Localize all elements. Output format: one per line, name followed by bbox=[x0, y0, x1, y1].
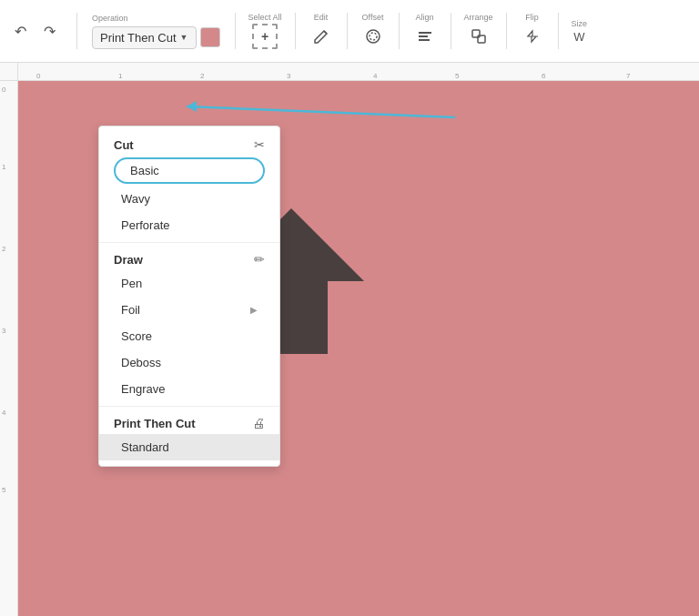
engrave-menu-item[interactable]: Engrave bbox=[99, 376, 279, 402]
operation-dropdown-button[interactable]: Print Then Cut ▼ bbox=[92, 26, 197, 49]
ruler-left-tick-1: 1 bbox=[2, 163, 5, 171]
flip-icon bbox=[520, 24, 545, 49]
wavy-menu-item[interactable]: Wavy bbox=[99, 186, 279, 212]
divider-7 bbox=[506, 13, 507, 49]
wavy-label: Wavy bbox=[121, 192, 150, 206]
perforate-label: Perforate bbox=[121, 218, 169, 232]
align-section[interactable]: Align bbox=[407, 13, 443, 49]
divider-8 bbox=[558, 13, 559, 49]
divider-6 bbox=[451, 13, 451, 49]
operation-value: Print Then Cut bbox=[100, 31, 177, 45]
offset-icon bbox=[360, 24, 386, 49]
svg-point-0 bbox=[367, 30, 380, 43]
engrave-label: Engrave bbox=[121, 382, 165, 396]
size-value: W bbox=[573, 30, 584, 44]
menu-divider-1 bbox=[99, 242, 279, 243]
score-menu-item[interactable]: Score bbox=[99, 323, 279, 349]
arrange-label: Arrange bbox=[464, 13, 493, 22]
cut-section-label: Cut bbox=[114, 138, 134, 152]
arrange-icon bbox=[466, 24, 491, 49]
score-label: Score bbox=[121, 329, 152, 343]
svg-line-8 bbox=[187, 106, 455, 117]
ruler-tick-7: 7 bbox=[626, 72, 630, 80]
ruler-tick-3: 3 bbox=[287, 72, 290, 80]
operation-label: Operation bbox=[92, 14, 128, 23]
select-all-plus-icon: + bbox=[261, 29, 268, 44]
ruler-corner bbox=[0, 63, 18, 81]
operation-dropdown-menu: Cut ✂ Basic Wavy Perforate Draw ✏ Pen Fo… bbox=[98, 126, 280, 467]
pen-label: Pen bbox=[121, 277, 142, 290]
print-section-header: Print Then Cut 🖨 bbox=[99, 410, 279, 434]
draw-section-label: Draw bbox=[114, 253, 143, 267]
perforate-menu-item[interactable]: Perforate bbox=[99, 212, 279, 238]
print-section-label: Print Then Cut bbox=[114, 417, 196, 430]
select-all-label: Select All bbox=[248, 13, 282, 22]
foil-menu-item[interactable]: Foil ▶ bbox=[99, 297, 279, 323]
pen-icon: ✏ bbox=[254, 252, 265, 267]
ruler-left-tick-4: 4 bbox=[2, 409, 5, 417]
offset-label: Offset bbox=[362, 13, 384, 22]
flip-section[interactable]: Flip bbox=[514, 13, 551, 49]
select-all-box: + bbox=[252, 24, 278, 49]
draw-section-header: Draw ✏ bbox=[99, 247, 279, 270]
operation-dropdown-group: Print Then Cut ▼ bbox=[92, 26, 220, 49]
select-all-icon: + bbox=[252, 24, 278, 49]
svg-marker-9 bbox=[187, 101, 197, 112]
standard-menu-item[interactable]: Standard bbox=[99, 434, 279, 460]
basic-label: Basic bbox=[130, 164, 159, 177]
flip-label: Flip bbox=[525, 13, 539, 22]
printer-icon: 🖨 bbox=[252, 416, 265, 430]
basic-menu-item[interactable]: Basic bbox=[114, 157, 265, 184]
ruler-left: 0 1 2 3 4 5 bbox=[0, 63, 18, 616]
operation-section: Operation Print Then Cut ▼ bbox=[85, 14, 228, 49]
cut-section-header: Cut ✂ bbox=[99, 132, 279, 156]
svg-rect-4 bbox=[419, 39, 430, 41]
offset-section[interactable]: Offset bbox=[355, 13, 391, 49]
ruler-top: 0 1 2 3 4 5 6 7 bbox=[18, 63, 699, 81]
ruler-left-tick-5: 5 bbox=[2, 486, 5, 494]
size-section: Size W bbox=[566, 19, 593, 44]
deboss-label: Deboss bbox=[121, 356, 161, 369]
undo-button[interactable]: ↶ bbox=[7, 18, 33, 44]
svg-point-1 bbox=[370, 33, 377, 40]
scissors-icon: ✂ bbox=[254, 137, 265, 152]
ruler-left-tick-0: 0 bbox=[2, 86, 5, 94]
divider-1 bbox=[76, 13, 77, 49]
divider-5 bbox=[399, 13, 400, 49]
align-label: Align bbox=[416, 13, 434, 22]
foil-submenu-arrow: ▶ bbox=[250, 305, 258, 315]
dropdown-arrow-icon: ▼ bbox=[180, 33, 188, 42]
edit-section[interactable]: Edit bbox=[303, 13, 339, 49]
size-label: Size bbox=[572, 19, 588, 28]
svg-rect-3 bbox=[419, 35, 428, 37]
ruler-left-tick-2: 2 bbox=[2, 245, 5, 253]
svg-rect-2 bbox=[419, 32, 431, 34]
redo-button[interactable]: ↷ bbox=[36, 18, 62, 44]
basic-item-wrapper: Basic bbox=[99, 156, 279, 186]
select-all-section[interactable]: Select All + bbox=[243, 13, 288, 49]
arrange-section[interactable]: Arrange bbox=[459, 13, 499, 49]
ruler-tick-5: 5 bbox=[455, 72, 459, 80]
divider-3 bbox=[295, 13, 296, 49]
canvas-area: 0 1 2 3 4 5 6 7 0 1 2 3 4 5 Cut ✂ bbox=[0, 63, 699, 616]
ruler-tick-4: 4 bbox=[373, 72, 377, 80]
divider-2 bbox=[235, 13, 236, 49]
align-icon bbox=[412, 24, 438, 49]
ruler-left-tick-3: 3 bbox=[2, 327, 5, 335]
ruler-tick-1: 1 bbox=[118, 72, 122, 80]
foil-label: Foil bbox=[121, 303, 140, 317]
deboss-menu-item[interactable]: Deboss bbox=[99, 349, 279, 376]
ruler-tick-0: 0 bbox=[36, 72, 40, 80]
color-swatch[interactable] bbox=[200, 27, 220, 47]
edit-label: Edit bbox=[314, 13, 329, 22]
main-toolbar: ↶ ↷ Operation Print Then Cut ▼ Select Al… bbox=[0, 0, 699, 63]
ruler-tick-2: 2 bbox=[200, 72, 204, 80]
divider-4 bbox=[347, 13, 348, 49]
menu-divider-2 bbox=[99, 406, 279, 407]
undo-redo-group: ↶ ↷ bbox=[7, 18, 62, 44]
standard-label: Standard bbox=[121, 440, 169, 454]
ruler-tick-6: 6 bbox=[542, 72, 545, 80]
pen-menu-item[interactable]: Pen bbox=[99, 270, 279, 297]
edit-icon bbox=[309, 24, 334, 49]
